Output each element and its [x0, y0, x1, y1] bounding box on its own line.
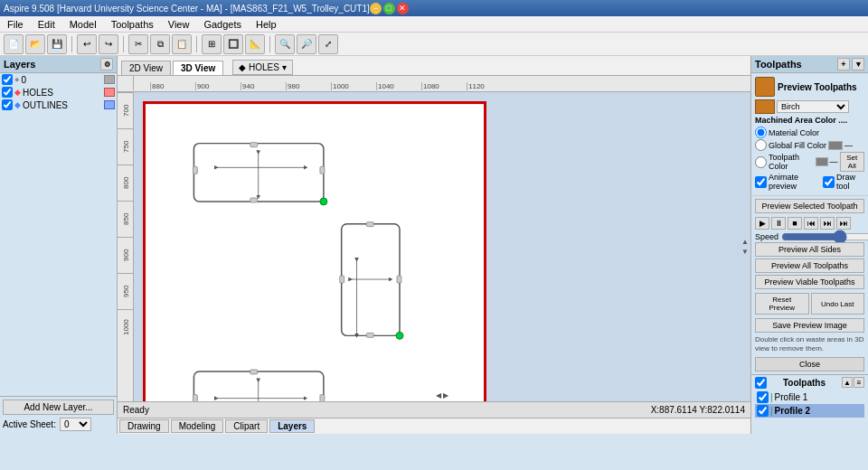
left-panel: Layers ⚙ ● 0 ◆ HOLES ◆ OUTLINES [0, 56, 118, 434]
node-top-right [320, 198, 327, 205]
toolpath-color-radio[interactable] [755, 156, 767, 168]
toolpaths-add-button[interactable]: + [837, 58, 850, 70]
active-sheet-label: Active Sheet: [3, 419, 56, 429]
set-all-button[interactable]: Set All [840, 152, 864, 172]
ruler-mark-980: 980 [286, 82, 331, 90]
redo-button[interactable]: ↪ [99, 34, 118, 54]
material-wood-icon [755, 77, 775, 97]
play-button[interactable]: ▶ [755, 217, 769, 230]
add-layer-button[interactable]: Add New Layer... [3, 400, 114, 415]
layer-item-outlines[interactable]: ◆ OUTLINES [0, 99, 117, 111]
global-fill-color-box[interactable] [828, 141, 843, 150]
speed-slider[interactable] [781, 233, 868, 240]
save-preview-button[interactable]: Save Preview Image [755, 318, 864, 333]
menu-help[interactable]: Help [252, 19, 280, 30]
zoom-in-button[interactable]: 🔍 [275, 34, 295, 54]
toolpaths-list-checkbox[interactable] [755, 377, 767, 389]
pause-button[interactable]: ⏸ [771, 217, 786, 230]
open-button[interactable]: 📂 [25, 34, 45, 54]
cut-button[interactable]: ✂ [128, 34, 148, 54]
paste-button[interactable]: 📋 [172, 34, 192, 54]
reset-preview-button[interactable]: Reset Preview [755, 293, 809, 315]
profile-1-checkbox[interactable] [757, 391, 769, 403]
menu-gadgets[interactable]: Gadgets [200, 19, 245, 30]
ruler-top: 880 900 940 980 1000 1040 1080 1120 [118, 76, 750, 92]
snap-button[interactable]: 🔲 [223, 34, 243, 54]
layer-0-color [104, 75, 115, 84]
animate-checkbox[interactable] [755, 176, 767, 188]
right-panel: Toolpaths + ▾ Preview Toolpaths Birch Ma… [750, 56, 868, 434]
sheet-select[interactable]: 0 [60, 418, 91, 431]
machined-area-label: Machined Area Color .... [755, 116, 864, 125]
layers-header: Layers ⚙ [0, 56, 117, 73]
toolpath-item-profile-1[interactable]: | Profile 1 [755, 390, 864, 404]
measure-button[interactable]: 📐 [245, 34, 265, 54]
tab-modeling[interactable]: Modeling [171, 419, 224, 433]
zoom-out-button[interactable]: 🔎 [297, 34, 316, 54]
layer-item-holes[interactable]: ◆ HOLES [0, 86, 117, 99]
skip-end-button[interactable]: ⏭ [820, 217, 835, 230]
bottom-tabs: Drawing Modeling Clipart Layers [118, 418, 750, 434]
ruler-mark-v-700: 700 [118, 92, 133, 128]
menu-toolpaths[interactable]: Toolpaths [108, 19, 157, 30]
menu-view[interactable]: View [165, 19, 193, 30]
preview-viable-button[interactable]: Preview Viable Toolpaths [755, 275, 864, 289]
ruler-mark-1000: 1000 [331, 82, 376, 90]
skip-start-button[interactable]: ⏮ [804, 217, 818, 230]
scroll-arrows-right: ▲ ▼ [741, 238, 749, 256]
material-color-radio[interactable] [755, 127, 767, 138]
tab-drawing[interactable]: Drawing [119, 419, 169, 433]
draw-tool-checkbox[interactable] [823, 176, 835, 188]
grid-button[interactable]: ⊞ [202, 34, 222, 54]
svg-rect-10 [340, 276, 344, 283]
menu-model[interactable]: Model [66, 19, 100, 30]
undo-button[interactable]: ↩ [77, 34, 97, 54]
tab-clipart[interactable]: Clipart [225, 419, 268, 433]
tab-2d-view[interactable]: 2D View [121, 61, 171, 75]
copy-button[interactable]: ⧉ [150, 34, 170, 54]
preview-all-toolpaths-button[interactable]: Preview All Toolpaths [755, 258, 864, 273]
toolpath-item-profile-2[interactable]: | Profile 2 [755, 404, 864, 418]
toolpaths-list-options[interactable]: ≡ [854, 377, 864, 388]
layer-0-checkbox[interactable] [2, 74, 13, 85]
layer-outlines-checkbox[interactable] [2, 99, 13, 110]
ruler-mark-1120: 1120 [467, 82, 512, 90]
menu-file[interactable]: File [4, 19, 27, 30]
global-fill-radio[interactable] [755, 139, 767, 151]
material-select[interactable]: Birch [777, 100, 849, 113]
active-sheet: Active Sheet: 0 [3, 418, 114, 431]
maximize-button[interactable]: □ [383, 3, 395, 14]
preview-selected-button[interactable]: Preview Selected Toolpath [755, 199, 864, 213]
title-bar: Aspire 9.508 [Harvard University Science… [0, 0, 868, 16]
toolpath-color-box[interactable] [816, 157, 828, 166]
speed-row: Speed [755, 232, 864, 241]
shape-middle-rect [342, 224, 400, 336]
holes-dropdown-button[interactable]: ◆ HOLES ▾ [232, 60, 292, 75]
undo-last-button[interactable]: Undo Last [811, 293, 865, 315]
layer-holes-checkbox[interactable] [2, 87, 13, 98]
toolpath-color-label: Toolpath Color [769, 153, 814, 171]
status-bar: Ready X:887.6114 Y:822.0114 [118, 401, 750, 418]
close-button[interactable]: Close [755, 357, 864, 371]
canvas-main[interactable]: ▲ ▼ ◀ ▶ [134, 92, 750, 401]
global-fill-row: Global Fill Color — [755, 139, 864, 151]
preview-all-sides-button[interactable]: Preview All Sides [755, 242, 864, 257]
global-fill-label: Global Fill Color [769, 141, 826, 150]
tab-layers[interactable]: Layers [269, 419, 315, 433]
layers-settings-button[interactable]: ⚙ [100, 58, 113, 70]
view-tabs-bar: 2D View 3D View ◆ HOLES ▾ [118, 56, 750, 76]
toolpaths-list-up[interactable]: ▲ [842, 377, 853, 388]
profile-2-checkbox[interactable] [757, 405, 769, 417]
menu-edit[interactable]: Edit [34, 19, 59, 30]
close-button[interactable]: ✕ [397, 3, 409, 14]
fast-forward-button[interactable]: ⏭ [836, 217, 851, 230]
new-button[interactable]: 📄 [4, 34, 24, 54]
ruler-mark-v-950: 950 [118, 273, 133, 309]
layer-item-0[interactable]: ● 0 [0, 73, 117, 86]
toolpaths-menu-button[interactable]: ▾ [852, 58, 864, 70]
minimize-button[interactable]: − [370, 3, 382, 14]
stop-button[interactable]: ■ [788, 217, 802, 230]
save-button[interactable]: 💾 [47, 34, 67, 54]
zoom-fit-button[interactable]: ⤢ [318, 34, 338, 54]
tab-3d-view[interactable]: 3D View [173, 61, 223, 75]
